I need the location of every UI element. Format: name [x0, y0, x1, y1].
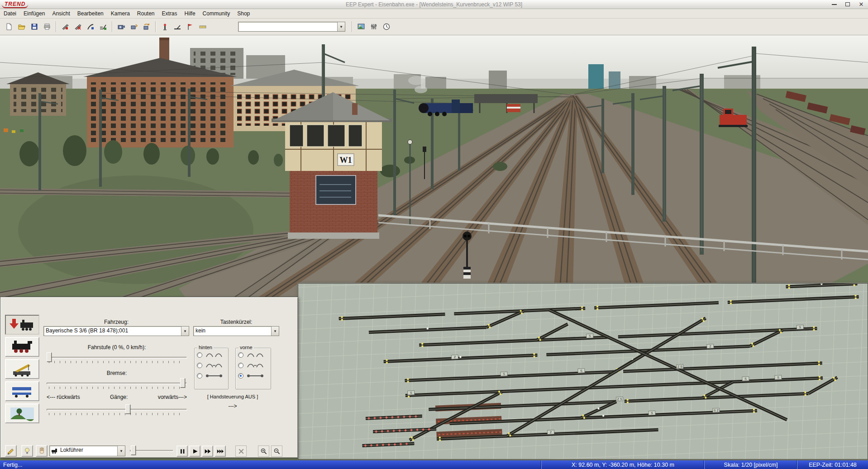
track-segment[interactable] — [625, 391, 809, 403]
measure-icon[interactable] — [196, 21, 209, 33]
signal-label[interactable]: S — [501, 372, 507, 376]
signal-label[interactable]: Z S — [616, 397, 623, 401]
bulb-icon[interactable] — [21, 445, 33, 457]
tastenkuerzel-combo[interactable]: kein ▼ — [193, 326, 279, 336]
chevron-down-icon[interactable]: ▼ — [181, 327, 189, 336]
track-segment[interactable] — [454, 306, 585, 316]
menu-datei[interactable]: Datei — [0, 9, 20, 18]
track-bend-icon[interactable] — [84, 21, 97, 33]
fahrzeug-combo[interactable]: Bayerische S 3/6 (BR 18 478);001 ▼ — [43, 326, 189, 336]
track-delete-icon[interactable] — [72, 21, 84, 33]
mode-button-crane[interactable] — [5, 359, 39, 379]
vorne-radio-3[interactable] — [238, 373, 243, 379]
fast-forward-icon[interactable] — [202, 445, 213, 457]
fahrstufe-slider[interactable] — [47, 352, 187, 364]
signal-label[interactable]: S Z — [713, 408, 720, 412]
menubar: Datei Einfügen Ansicht Bearbeiten Kamera… — [0, 9, 868, 19]
signal-label[interactable]: S — [578, 369, 585, 373]
hinten-radio-3[interactable] — [197, 373, 202, 379]
toolbar-separator — [352, 21, 353, 32]
camera-speed-slider[interactable] — [130, 445, 173, 457]
camera-position-combo[interactable]: ▼ — [238, 22, 345, 32]
control-mode-combo[interactable]: Lokführer ▼ — [49, 445, 125, 456]
track-segment[interactable] — [623, 361, 822, 374]
mode-button-loco-control[interactable] — [5, 315, 39, 335]
bremse-slider[interactable] — [47, 378, 187, 389]
hinten-radio-1[interactable] — [197, 352, 202, 358]
bremse-thumb[interactable] — [180, 378, 185, 388]
signal-label[interactable]: S — [649, 411, 655, 415]
track-plan-window[interactable]: SSZ SSZ SSS ZSZSZSSZ — [298, 283, 868, 460]
menu-einfuegen[interactable]: Einfügen — [20, 9, 48, 18]
menu-shop[interactable]: Shop — [234, 9, 253, 18]
statusbar: Fertig... X: 92.60 m, Y: -360.20 m, Höhe… — [0, 460, 868, 469]
hand-icon[interactable] — [36, 445, 48, 457]
render-options-icon[interactable] — [355, 21, 367, 33]
zoom-in-icon[interactable] — [258, 445, 269, 457]
coupler-bar-icon — [205, 373, 224, 379]
new-file-icon[interactable] — [3, 21, 15, 33]
toolbar-separator — [112, 21, 113, 32]
save-icon[interactable] — [28, 21, 41, 33]
hinten-radio-2[interactable] — [197, 363, 202, 368]
close-button[interactable]: ✕ — [854, 0, 868, 9]
signal-tool-icon[interactable] — [158, 21, 171, 33]
gaenge-thumb[interactable] — [125, 404, 130, 414]
menu-hilfe[interactable]: Hilfe — [181, 9, 199, 18]
mixer-icon[interactable] — [367, 21, 380, 33]
camera-speed-thumb[interactable] — [131, 445, 136, 455]
menu-extras[interactable]: Extras — [158, 9, 181, 18]
print-icon[interactable] — [41, 21, 53, 33]
camera-rotate-icon[interactable] — [140, 21, 153, 33]
mode-button-steam-loco[interactable] — [5, 337, 39, 357]
track-segment[interactable] — [594, 300, 719, 310]
occupied-track[interactable] — [362, 442, 414, 447]
menu-kamera[interactable]: Kamera — [107, 9, 134, 18]
maximize-button[interactable] — [841, 0, 854, 9]
camera-move-icon[interactable] — [128, 21, 140, 33]
play-icon[interactable] — [189, 445, 200, 457]
signal-label[interactable]: Z — [547, 430, 554, 435]
pencil-icon[interactable] — [5, 445, 17, 457]
chevron-down-icon[interactable]: ▼ — [117, 446, 125, 456]
switch-tool-icon[interactable] — [171, 21, 184, 33]
svg-text:S: S — [589, 334, 591, 337]
track-segment[interactable] — [618, 326, 817, 339]
signal-label[interactable]: S — [742, 377, 749, 381]
menu-routen[interactable]: Routen — [134, 9, 158, 18]
timer-icon[interactable] — [380, 21, 393, 33]
pause-icon[interactable] — [176, 445, 188, 457]
titlebar: TREND EEP Expert - Eisenbahn.exe - [Wend… — [0, 0, 868, 9]
route-flag-icon[interactable] — [184, 21, 196, 33]
signal-label[interactable]: Z — [451, 355, 458, 360]
signal-label[interactable]: Z S — [677, 365, 683, 369]
signal-label[interactable]: S — [407, 391, 414, 395]
open-icon[interactable] — [15, 21, 28, 33]
occupied-track[interactable] — [366, 415, 422, 420]
fastest-icon[interactable] — [215, 445, 226, 457]
mode-button-scenery[interactable] — [5, 403, 39, 423]
chevron-down-icon[interactable]: ▼ — [271, 327, 279, 336]
mode-button-wagon[interactable] — [5, 381, 39, 401]
chevron-down-icon[interactable]: ▼ — [337, 22, 345, 31]
menu-bearbeiten[interactable]: Bearbeiten — [74, 9, 107, 18]
menu-ansicht[interactable]: Ansicht — [48, 9, 73, 18]
signal-label[interactable]: Z — [707, 344, 714, 349]
gaenge-slider[interactable] — [47, 404, 187, 416]
signal-label[interactable]: S — [587, 334, 593, 338]
fahrstufe-thumb[interactable] — [47, 352, 52, 362]
zoom-out-icon[interactable] — [271, 445, 282, 457]
vorne-radio-2[interactable] — [238, 363, 243, 368]
minimize-button[interactable] — [827, 0, 841, 9]
status-message: Fertig... — [0, 460, 541, 469]
signal-label[interactable]: S — [775, 375, 782, 380]
slider-ticks — [49, 413, 185, 415]
track-insert-icon[interactable] — [59, 21, 72, 33]
camera-mode-icon[interactable] — [115, 21, 128, 33]
track-connect-icon[interactable] — [97, 21, 110, 33]
menu-community[interactable]: Community — [199, 9, 234, 18]
reset-icon[interactable] — [235, 445, 247, 457]
rueckwaerts-label: <--- rückwärts — [47, 394, 80, 400]
vorne-radio-1[interactable] — [238, 352, 243, 358]
signal-label[interactable]: S — [796, 325, 803, 330]
